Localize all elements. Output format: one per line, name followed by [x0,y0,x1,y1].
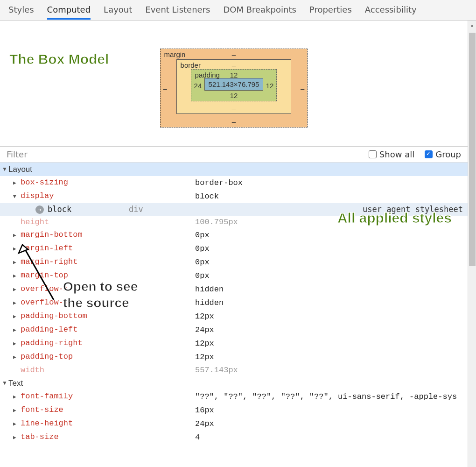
tab-styles[interactable]: Styles [8,5,34,20]
chevron-icon: ▶ [13,270,18,283]
chevron-icon: ▶ [13,177,18,190]
chevron-icon: ▶ [13,324,18,337]
chevron-icon: ▶ [13,229,18,242]
tab-accessibility[interactable]: Accessibility [365,5,417,20]
property-row[interactable]: ▼displayblock [0,190,468,203]
tab-computed[interactable]: Computed [47,5,91,20]
property-source-row[interactable]: ➔blockdivuser agent stylesheet [0,203,468,216]
bm-border-right: – [284,83,288,91]
tab-layout[interactable]: Layout [104,5,132,20]
devtools-tabbar: Styles Computed Layout Event Listeners D… [0,0,476,21]
bm-border-top: – [232,61,236,69]
computed-properties-list: ▼Layout▶box-sizingborder-box▼displaybloc… [0,163,468,444]
property-row[interactable]: ▶overflow-xhidden [0,283,468,296]
bm-margin-top: – [232,50,236,58]
property-row[interactable]: ▶tab-size4 [0,431,468,444]
property-row[interactable]: ▶padding-top12px [0,350,468,364]
chevron-icon: ▶ [13,351,18,364]
chevron-icon: ▶ [13,283,18,296]
group-label: Group [435,149,461,159]
bm-padding-label: padding [195,71,220,79]
show-all-label: Show all [379,149,414,159]
bm-padding-right: 12 [266,81,274,89]
bm-margin-label: margin [164,50,186,58]
chevron-icon: ▼ [13,191,18,203]
chevron-icon: ▶ [13,297,18,310]
group-checkbox[interactable]: Group [425,149,461,159]
tab-event-listeners[interactable]: Event Listeners [145,5,210,20]
property-row[interactable]: ▶padding-right12px [0,337,468,350]
bm-margin-bottom: – [232,118,236,126]
scroll-up-icon[interactable]: ▴ [468,21,476,29]
checkbox-icon [369,150,377,158]
chevron-down-icon: ▼ [2,377,7,389]
property-row[interactable]: height100.795px [0,216,468,228]
chevron-icon: ▶ [13,338,18,350]
property-row[interactable]: ▶line-height24px [0,417,468,431]
box-model-padding[interactable]: padding 12 24 12 12 521.143×76.795 [191,69,277,101]
bm-padding-bottom: 12 [230,92,238,99]
filter-bar: Filter Show all Group [0,146,468,163]
chevron-icon: ▶ [13,391,18,403]
box-model-diagram: margin – – – – border – – – – padding 12… [0,21,468,146]
bm-margin-right: – [301,84,304,92]
property-row[interactable]: ▶box-sizingborder-box [0,176,468,190]
property-row[interactable]: ▶margin-left0px [0,242,468,255]
filter-input[interactable]: Filter [7,149,28,159]
property-row[interactable]: ▶overflow-yhidden [0,296,468,310]
property-row[interactable]: ▶margin-bottom0px [0,228,468,242]
chevron-icon: ▶ [13,404,18,417]
bm-border-bottom: – [232,104,236,112]
property-row[interactable]: ▶font-size16px [0,403,468,417]
tab-properties[interactable]: Properties [309,5,352,20]
show-all-checkbox[interactable]: Show all [369,149,414,159]
bm-padding-top: 12 [230,71,238,79]
chevron-down-icon: ▼ [2,163,7,176]
box-model-margin[interactable]: margin – – – – border – – – – padding 12… [160,49,308,127]
tab-dom-breakpoints[interactable]: DOM Breakpoints [223,5,296,20]
chevron-icon: ▶ [13,256,18,269]
box-model-border[interactable]: border – – – – padding 12 24 12 12 521.1… [176,59,292,114]
scrollbar-thumb[interactable] [469,33,476,266]
property-row[interactable]: ▶margin-right0px [0,255,468,269]
box-model-content[interactable]: 521.143×76.795 [204,78,264,91]
chevron-icon: ▶ [13,243,18,255]
property-row[interactable]: ▶font-family"??", "??", "??", "??", "??"… [0,390,468,403]
group-header[interactable]: ▼Text [0,376,468,390]
checkbox-checked-icon [425,150,433,158]
bm-border-left: – [180,83,183,91]
chevron-icon: ▶ [13,418,18,431]
goto-icon[interactable]: ➔ [35,205,44,214]
bm-margin-left: – [163,84,167,92]
property-row[interactable]: ▶margin-top0px [0,269,468,283]
bm-border-label: border [181,61,201,69]
chevron-icon: ▶ [13,432,18,444]
chevron-icon: ▶ [13,311,18,323]
group-header[interactable]: ▼Layout [0,163,468,176]
property-row[interactable]: ▶padding-bottom12px [0,310,468,323]
property-row[interactable]: ▶padding-left24px [0,323,468,337]
bm-padding-left: 24 [194,81,202,89]
vertical-scrollbar[interactable]: ▴ [468,21,476,467]
property-row[interactable]: width557.143px [0,364,468,376]
